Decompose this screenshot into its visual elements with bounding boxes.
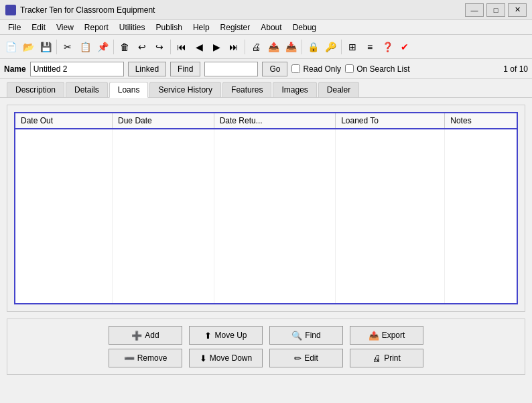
title-bar-buttons: — □ ✕	[465, 3, 527, 17]
tb-open-btn[interactable]: 📂	[20, 39, 36, 55]
tb-next-btn[interactable]: ▶	[208, 39, 224, 55]
find-input[interactable]	[204, 62, 258, 76]
remove-icon: ➖	[124, 353, 135, 363]
tb-copy-btn[interactable]: 📋	[77, 39, 93, 55]
tb-first-btn[interactable]: ⏮	[174, 39, 190, 55]
export-icon: 📤	[369, 331, 379, 341]
empty-cell-2	[113, 129, 214, 303]
toolbar-separator-6	[341, 40, 342, 54]
name-label: Name	[4, 64, 26, 74]
tb-save-btn[interactable]: 💾	[38, 39, 54, 55]
move-up-button[interactable]: ⬆ Move Up	[189, 326, 263, 345]
menu-about[interactable]: About	[255, 21, 287, 34]
tab-description[interactable]: Description	[7, 82, 64, 97]
name-field[interactable]	[30, 62, 124, 76]
toolbar-separator-4	[245, 40, 245, 54]
tb-delete-btn[interactable]: 🗑	[117, 39, 133, 55]
app-icon	[5, 5, 16, 15]
tab-details[interactable]: Details	[66, 82, 108, 97]
col-loaned-to: Loaned To	[336, 113, 445, 129]
menu-view[interactable]: View	[51, 21, 79, 34]
tb-import-btn[interactable]: 📥	[283, 39, 299, 55]
on-search-list-label: On Search List	[356, 64, 409, 74]
add-button[interactable]: ➕ Add	[109, 326, 182, 345]
print-label: Print	[384, 353, 401, 363]
loans-table: Date Out Due Date Date Retu... Loaned To…	[15, 113, 517, 303]
loans-panel: Date Out Due Date Date Retu... Loaned To…	[7, 105, 525, 312]
col-date-out: Date Out	[15, 113, 113, 129]
tb-new-btn[interactable]: 📄	[3, 39, 19, 55]
menu-file[interactable]: File	[3, 21, 26, 34]
tb-last-btn[interactable]: ⏭	[226, 39, 242, 55]
menu-utilities[interactable]: Utilities	[114, 21, 151, 34]
remove-button[interactable]: ➖ Remove	[109, 349, 182, 367]
tb-list-btn[interactable]: ≡	[362, 39, 378, 55]
tb-check-btn[interactable]: ✔	[397, 39, 413, 55]
export-button[interactable]: 📤 Export	[350, 326, 423, 345]
tab-bar: Description Details Loans Service Histor…	[0, 79, 532, 98]
on-search-list-checkbox[interactable]	[345, 64, 354, 73]
tb-key-btn[interactable]: 🔑	[322, 39, 338, 55]
find-label: Find	[305, 331, 320, 340]
toolbar-separator-5	[302, 40, 302, 54]
toolbar: 📄 📂 💾 ✂ 📋 📌 🗑 ↩ ↪ ⏮ ◀ ▶ ⏭ 🖨 📤 📥 🔒 🔑 ⊞ ≡ …	[0, 35, 532, 59]
col-due-date: Due Date	[113, 113, 214, 129]
find-label-button[interactable]: Find	[170, 62, 200, 76]
tab-loans[interactable]: Loans	[109, 82, 149, 98]
print-button[interactable]: 🖨 Print	[350, 349, 423, 367]
maximize-button[interactable]: □	[486, 3, 505, 17]
action-row-2: ➖ Remove ⬇ Move Down ✏ Edit 🖨 Print	[14, 349, 518, 367]
tb-print-btn[interactable]: 🖨	[248, 39, 264, 55]
move-down-button[interactable]: ⬇ Move Down	[189, 349, 263, 367]
toolbar-separator-1	[56, 40, 57, 54]
tb-redo-btn[interactable]: ↪	[151, 39, 168, 55]
close-button[interactable]: ✕	[508, 3, 527, 17]
add-label: Add	[145, 331, 159, 340]
linked-button[interactable]: Linked	[128, 62, 166, 76]
menu-publish[interactable]: Publish	[151, 21, 188, 34]
tab-service-history[interactable]: Service History	[149, 82, 221, 97]
find-button[interactable]: 🔍 Find	[269, 326, 343, 345]
menu-help[interactable]: Help	[188, 21, 215, 34]
toolbar-separator-3	[170, 40, 171, 54]
menu-report[interactable]: Report	[79, 21, 114, 34]
title-bar: Tracker Ten for Classroom Equipment — □ …	[0, 0, 532, 20]
edit-icon: ✏	[294, 353, 302, 363]
tb-paste-btn[interactable]: 📌	[94, 39, 111, 55]
tab-images[interactable]: Images	[273, 82, 316, 97]
tb-export-btn[interactable]: 📤	[265, 39, 281, 55]
content-wrapper: Date Out Due Date Date Retu... Loaned To…	[0, 98, 532, 403]
tb-prev-btn[interactable]: ◀	[191, 39, 207, 55]
empty-cell-4	[336, 129, 445, 303]
minimize-button[interactable]: —	[465, 3, 484, 17]
tab-features[interactable]: Features	[222, 82, 271, 97]
record-count: 1 of 10	[503, 64, 528, 74]
edit-button[interactable]: ✏ Edit	[269, 349, 343, 367]
app-title: Tracker Ten for Classroom Equipment	[20, 5, 465, 15]
read-only-group: Read Only	[291, 64, 341, 74]
tab-dealer[interactable]: Dealer	[318, 82, 359, 97]
table-empty-row	[15, 129, 517, 303]
toolbar-separator-2	[113, 40, 114, 54]
menu-register[interactable]: Register	[215, 21, 256, 34]
loans-table-container: Date Out Due Date Date Retu... Loaned To…	[14, 112, 518, 304]
tb-help-btn[interactable]: ❓	[379, 39, 395, 55]
print-icon: 🖨	[373, 353, 381, 363]
read-only-checkbox[interactable]	[291, 64, 300, 73]
name-bar: Name Linked Find Go Read Only On Search …	[0, 59, 532, 79]
go-button[interactable]: Go	[262, 62, 287, 76]
tb-cut-btn[interactable]: ✂	[60, 39, 76, 55]
read-only-label: Read Only	[303, 64, 341, 74]
add-icon: ➕	[131, 331, 142, 341]
tb-grid-btn[interactable]: ⊞	[344, 39, 360, 55]
move-up-icon: ⬆	[204, 331, 212, 341]
move-up-label: Move Up	[214, 331, 247, 340]
empty-cell-5	[445, 129, 517, 303]
menu-debug[interactable]: Debug	[287, 21, 322, 34]
col-notes: Notes	[445, 113, 517, 129]
remove-label: Remove	[137, 353, 168, 363]
menu-bar: File Edit View Report Utilities Publish …	[0, 20, 532, 35]
menu-edit[interactable]: Edit	[26, 21, 51, 34]
tb-undo-btn[interactable]: ↩	[134, 39, 150, 55]
tb-lock-btn[interactable]: 🔒	[305, 39, 321, 55]
